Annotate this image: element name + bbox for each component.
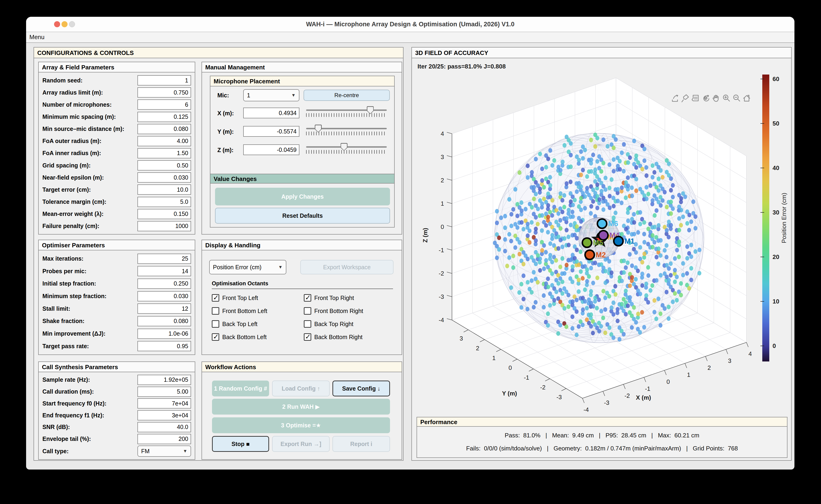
param-input[interactable] xyxy=(137,160,191,170)
param-input[interactable] xyxy=(137,75,191,85)
param-input[interactable] xyxy=(137,434,191,444)
export-run-button[interactable]: Export Run →] xyxy=(272,436,330,452)
checkbox-checked[interactable]: ✓ xyxy=(212,333,219,341)
coordinate-input[interactable] xyxy=(243,108,299,118)
param-input[interactable] xyxy=(137,398,191,409)
stop-button[interactable]: Stop ■ xyxy=(212,436,269,452)
coordinate-slider[interactable] xyxy=(306,106,387,119)
recentre-button[interactable]: Re-centre xyxy=(304,90,390,101)
param-input[interactable] xyxy=(137,184,191,195)
menu-item-menu[interactable]: Menu xyxy=(29,32,44,42)
param-input[interactable] xyxy=(137,422,191,432)
mic-label-M6: M6 xyxy=(608,220,618,228)
checkbox-label: Front Top Left xyxy=(222,295,258,301)
random-config-button[interactable]: 1 Random Config # xyxy=(212,381,269,396)
param-row: Shake fraction: xyxy=(42,316,191,326)
param-row: End frequency f1 (Hz): xyxy=(42,410,191,420)
chevron-down-icon: ▼ xyxy=(278,265,283,270)
optimiser-title: Optimiser Parameters xyxy=(39,240,195,250)
y-tick-label: -1 xyxy=(524,374,529,381)
param-row: Start frequency f0 (Hz): xyxy=(42,398,191,409)
slider-thumb[interactable] xyxy=(341,143,348,151)
window-title: WAH-i — Microphone Array Design & Optimi… xyxy=(26,17,794,32)
colorbar-title: Position Error (cm) xyxy=(780,193,787,243)
x-tick-label: -3 xyxy=(604,399,609,406)
apply-changes-button[interactable]: Apply Changes xyxy=(215,188,390,205)
param-input[interactable] xyxy=(137,148,191,158)
coordinate-input[interactable] xyxy=(243,126,299,137)
y-tick-label: 3 xyxy=(460,335,463,342)
report-button[interactable]: Report i xyxy=(332,436,390,452)
param-label: Sample rate (Hz): xyxy=(42,376,90,383)
param-input[interactable] xyxy=(137,124,191,134)
call-type-select[interactable]: FM▼ xyxy=(137,446,191,457)
param-input[interactable] xyxy=(137,341,191,351)
octant-checkbox-row: ✓Back Bottom Right xyxy=(304,333,363,341)
param-input[interactable] xyxy=(137,303,191,314)
workflow-panel: Workflow Actions 1 Random Config # Load … xyxy=(202,361,402,460)
checkbox-label: Back Bottom Right xyxy=(314,334,363,341)
run-wah-button[interactable]: 2 Run WAH ▶ xyxy=(212,399,390,415)
x-tick-label: 0 xyxy=(667,378,670,385)
checkbox-checked[interactable]: ✓ xyxy=(304,333,311,341)
slider-track[interactable] xyxy=(306,109,387,111)
coordinate-input[interactable] xyxy=(243,144,299,155)
param-input[interactable] xyxy=(137,112,191,122)
param-input[interactable] xyxy=(137,221,191,231)
axis-label: Y (m): xyxy=(217,128,234,135)
param-input[interactable] xyxy=(137,172,191,183)
performance-title: Performance xyxy=(417,417,787,427)
param-input[interactable] xyxy=(137,266,191,276)
z-tick-label: -2 xyxy=(439,270,444,277)
load-config-button[interactable]: Load Config ↑ xyxy=(272,381,330,396)
param-input[interactable] xyxy=(137,329,191,339)
coordinate-slider[interactable] xyxy=(306,125,387,138)
save-config-button[interactable]: Save Config ↓ xyxy=(332,381,390,396)
param-label: Max iterations: xyxy=(42,255,83,262)
checkbox[interactable] xyxy=(212,320,219,328)
param-input[interactable] xyxy=(137,387,191,397)
slider-thumb[interactable] xyxy=(367,106,374,114)
param-row: Stall limit: xyxy=(42,303,191,314)
param-label: SNR (dB): xyxy=(42,424,70,430)
param-input[interactable] xyxy=(137,316,191,326)
chevron-down-icon: ▼ xyxy=(291,93,296,98)
display-handling-title: Display & Handling xyxy=(202,240,402,250)
param-input[interactable] xyxy=(137,87,191,98)
metric-select[interactable]: Position Error (cm) ▼ xyxy=(209,260,286,274)
param-input[interactable] xyxy=(137,410,191,420)
export-workspace-button[interactable]: Export Workspace xyxy=(300,260,393,274)
param-label: Near-field epsilon (m): xyxy=(42,174,104,181)
mic-label-M5: M5 xyxy=(593,239,603,247)
param-input[interactable] xyxy=(137,279,191,289)
checkbox-checked[interactable]: ✓ xyxy=(304,294,311,302)
param-input[interactable] xyxy=(137,99,191,110)
slider-thumb[interactable] xyxy=(315,125,322,133)
call-synth-panel: Call Synthesis Parameters Sample rate (H… xyxy=(38,361,195,460)
param-input[interactable] xyxy=(137,291,191,301)
optimise-button[interactable]: 3 Optimise =★ xyxy=(212,417,390,433)
reset-defaults-button[interactable]: Reset Defaults xyxy=(215,208,390,224)
octants-divider xyxy=(212,289,393,289)
param-input[interactable] xyxy=(137,209,191,219)
z-tick-label: 0 xyxy=(441,223,444,230)
param-input[interactable] xyxy=(137,375,191,385)
checkbox-checked[interactable]: ✓ xyxy=(212,294,219,302)
mic-select-value: 1 xyxy=(247,92,250,99)
param-input[interactable] xyxy=(137,254,191,264)
octants-title: Optimisation Octants xyxy=(212,280,268,287)
checkbox[interactable] xyxy=(304,320,311,328)
mic-marker-M1 xyxy=(614,236,623,246)
z-tick-label: 4 xyxy=(441,130,444,137)
mic-select[interactable]: 1 ▼ xyxy=(243,89,299,101)
param-label: Minimum mic spacing (m): xyxy=(42,113,116,120)
checkbox[interactable] xyxy=(212,307,219,315)
param-input[interactable] xyxy=(137,136,191,146)
checkbox[interactable] xyxy=(304,307,311,315)
param-label: FoA inner radius (m): xyxy=(42,150,101,157)
octant-checkbox-row: ✓Front Top Right xyxy=(304,294,354,302)
3d-plot[interactable]: M3M4M5M6M1M2-4-3-2-1012343210-1-2-343210… xyxy=(412,59,792,415)
coordinate-slider[interactable] xyxy=(306,143,387,156)
param-input[interactable] xyxy=(137,197,191,207)
param-row: Target pass rate: xyxy=(42,341,191,351)
